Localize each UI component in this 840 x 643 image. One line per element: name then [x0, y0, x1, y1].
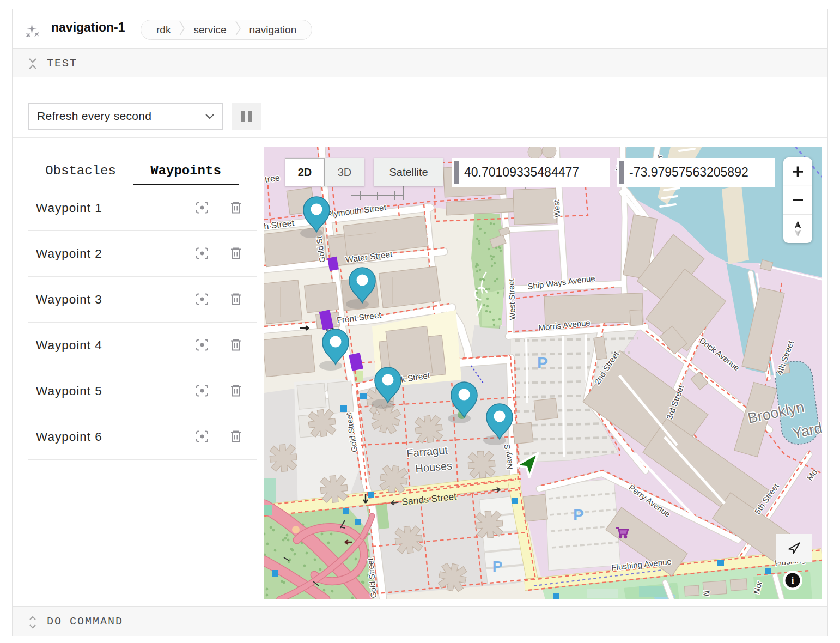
svg-text:P: P: [573, 506, 584, 524]
svg-text:West: West: [552, 199, 562, 218]
svg-text:P: P: [492, 558, 503, 575]
svg-text:P: P: [537, 354, 548, 372]
svg-text:i: i: [792, 575, 794, 586]
svg-text:West Street: West Street: [507, 278, 517, 320]
